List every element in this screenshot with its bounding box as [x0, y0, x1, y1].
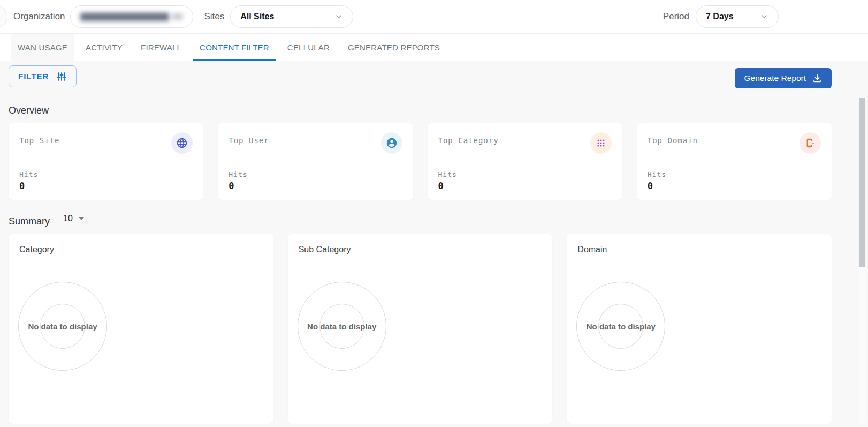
- tab-firewall[interactable]: FIREWALL: [134, 34, 188, 61]
- domain-chart-card: Domain No data to display: [567, 234, 832, 424]
- metric-value: 0: [648, 181, 821, 191]
- overview-card-top-category: Top Category Hits 0: [428, 123, 622, 200]
- summary-count-value: 10: [63, 214, 73, 223]
- top-bar: Organization Sites All Sites Period 7 Da…: [0, 0, 868, 33]
- chart-title: Category: [19, 245, 263, 254]
- vertical-scrollbar-track[interactable]: [859, 98, 865, 423]
- card-title: Top Category: [438, 132, 499, 145]
- period-label: Period: [663, 11, 689, 22]
- globe-icon: [176, 137, 188, 149]
- empty-donut-chart: No data to display: [576, 282, 665, 371]
- filter-button[interactable]: FILTER: [9, 65, 77, 87]
- card-title: Top Domain: [648, 132, 698, 145]
- tab-wan-usage[interactable]: WAN USAGE: [11, 34, 74, 61]
- metric-value: 0: [19, 181, 193, 191]
- no-data-message: No data to display: [28, 322, 97, 331]
- tab-generated-reports[interactable]: GENERATED REPORTS: [341, 34, 446, 61]
- period-select[interactable]: 7 Days: [696, 5, 779, 28]
- sites-select-value: All Sites: [240, 12, 274, 21]
- overview-section-title: Overview: [9, 105, 832, 116]
- chart-title: Sub Category: [299, 245, 542, 254]
- sites-select[interactable]: All Sites: [230, 5, 353, 28]
- overview-card-top-user: Top User Hits 0: [218, 123, 413, 200]
- overview-cards: Top Site Hits 0 Top User Hits 0: [9, 123, 832, 200]
- tab-activity[interactable]: ACTIVITY: [79, 34, 129, 61]
- organization-label: Organization: [13, 11, 65, 22]
- report-tabs: WAN USAGE ACTIVITY FIREWALL CONTENT FILT…: [0, 33, 868, 61]
- organization-name-redacted-tail: [172, 13, 184, 20]
- edge-avatar-circle[interactable]: [0, 5, 7, 28]
- icon-circle: [800, 132, 821, 154]
- user-circle-icon: [386, 137, 398, 149]
- summary-charts: Category No data to display Sub Category…: [9, 234, 832, 424]
- icon-circle: [381, 132, 402, 154]
- metric-label: Hits: [438, 170, 612, 178]
- sub-category-chart-card: Sub Category No data to display: [288, 234, 553, 424]
- card-title: Top User: [229, 132, 269, 145]
- summary-count-select[interactable]: 10: [62, 214, 86, 227]
- organization-selector[interactable]: [70, 5, 193, 28]
- grid-dots-icon: [596, 138, 606, 148]
- empty-donut-chart: No data to display: [298, 282, 386, 371]
- metric-value: 0: [229, 181, 402, 191]
- sites-label: Sites: [204, 11, 224, 22]
- organization-name-redacted: [80, 13, 169, 21]
- summary-section-title: Summary: [9, 216, 50, 227]
- tab-content-filter[interactable]: CONTENT FILTER: [193, 34, 276, 61]
- generate-report-button[interactable]: Generate Report: [735, 68, 832, 88]
- period-select-value: 7 Days: [706, 12, 734, 21]
- overview-card-top-site: Top Site Hits 0: [9, 123, 203, 200]
- generate-report-label: Generate Report: [744, 73, 806, 83]
- category-chart-card: Category No data to display: [9, 234, 273, 424]
- toolbar-row: FILTER Generate Report: [9, 65, 832, 96]
- metric-value: 0: [438, 181, 612, 191]
- content-area: FILTER Generate Report Overview Top Site: [0, 61, 868, 427]
- vertical-scrollbar-thumb[interactable]: [859, 98, 865, 267]
- icon-circle: [171, 132, 193, 154]
- metric-label: Hits: [229, 170, 402, 178]
- no-data-message: No data to display: [587, 322, 656, 331]
- dropdown-arrow-icon: [79, 217, 84, 220]
- metric-label: Hits: [19, 170, 193, 178]
- empty-donut-chart: No data to display: [18, 282, 107, 371]
- metric-label: Hits: [648, 170, 821, 178]
- icon-circle: [590, 132, 612, 154]
- tab-cellular[interactable]: CELLULAR: [281, 34, 336, 61]
- overview-card-top-domain: Top Domain Hits 0: [637, 123, 832, 200]
- download-icon: [812, 73, 822, 83]
- tune-icon: [56, 71, 67, 82]
- filter-button-label: FILTER: [18, 72, 49, 81]
- chart-title: Domain: [577, 245, 821, 254]
- chevron-down-icon: [760, 12, 768, 21]
- no-data-message: No data to display: [307, 322, 376, 331]
- card-title: Top Site: [19, 132, 59, 145]
- device-domain-icon: [804, 137, 816, 149]
- summary-header: Summary 10: [9, 214, 832, 227]
- chevron-down-icon: [334, 12, 343, 21]
